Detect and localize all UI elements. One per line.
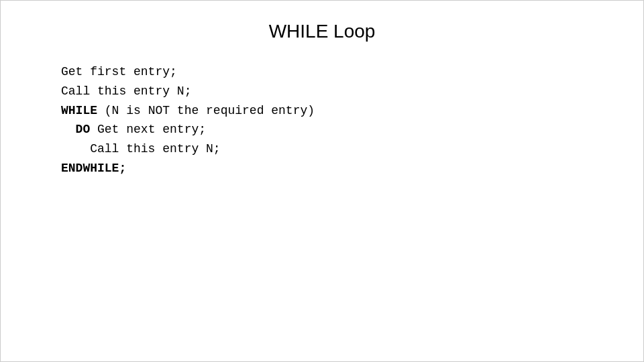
slide: WHILE Loop Get first entry; Call this en… [0, 0, 644, 362]
code-line-6: ENDWHILE; [61, 159, 616, 178]
endwhile-keyword: ENDWHILE; [61, 162, 126, 175]
code-line-3: WHILE (N is NOT the required entry) [61, 101, 616, 121]
code-line-3-rest: (N is NOT the required entry) [97, 104, 315, 117]
code-line-5: Call this entry N; [61, 139, 616, 159]
while-keyword: WHILE [61, 104, 97, 117]
code-line-4-rest: Get next entry; [90, 123, 206, 136]
do-keyword: DO [76, 123, 91, 136]
code-line-4: DO Get next entry; [61, 120, 616, 139]
code-block: Get first entry; Call this entry N; WHIL… [28, 62, 616, 178]
code-line-1: Get first entry; [61, 62, 616, 82]
slide-title: WHILE Loop [28, 21, 616, 42]
code-line-2: Call this entry N; [61, 82, 616, 101]
